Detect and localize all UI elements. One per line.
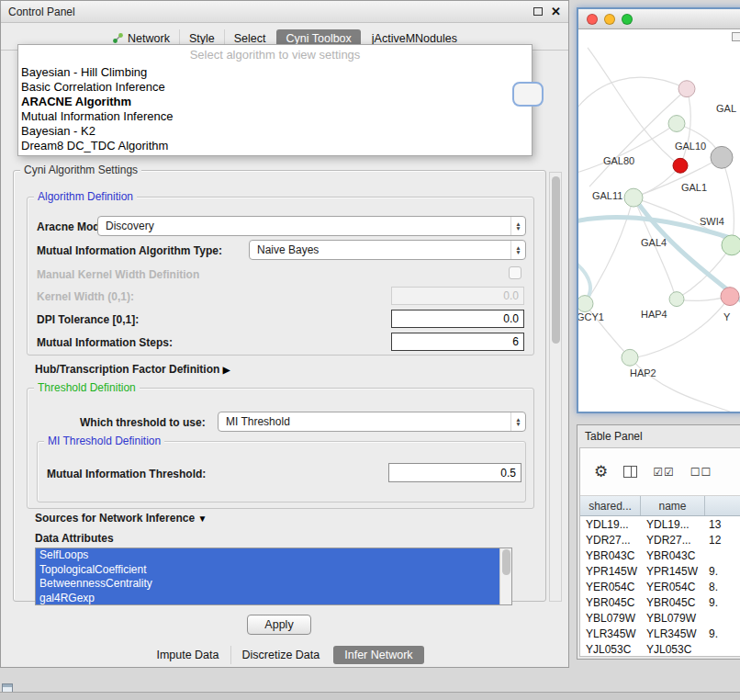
- gear-icon[interactable]: ⚙: [594, 464, 608, 480]
- attribute-item[interactable]: TopologicalCoefficient: [36, 563, 499, 578]
- network-node[interactable]: [668, 116, 685, 132]
- add-column-icon[interactable]: [623, 466, 637, 478]
- network-edge[interactable]: [722, 157, 734, 244]
- bottom-strip: [0, 692, 740, 700]
- group-title: Threshold Definition: [34, 381, 140, 394]
- tab-discretize-data[interactable]: Discretize Data: [230, 646, 331, 664]
- table-cell: YDR27...: [580, 534, 641, 547]
- dpi-tolerance-input[interactable]: [391, 310, 524, 328]
- group-title: Cyni Algorithm Settings: [20, 164, 141, 176]
- table-cell: YER054C: [580, 581, 641, 593]
- network-svg: GALGAL80GAL10GAL11GAL1SWI4GAL4GCY1HAP4YH…: [578, 29, 740, 412]
- birdseye-toggle-icon[interactable]: [732, 32, 740, 41]
- collapse-right-icon: ▶: [223, 365, 230, 375]
- table-row[interactable]: YJL053CYJL053C: [580, 641, 740, 657]
- dpi-tolerance-label: DPI Tolerance [0,1]:: [37, 313, 139, 326]
- scrollbar-thumb[interactable]: [502, 549, 510, 575]
- network-node[interactable]: [669, 292, 684, 307]
- scrollbar-thumb[interactable]: [552, 176, 560, 344]
- close-traffic-light-icon[interactable]: [587, 14, 598, 25]
- network-edge[interactable]: [586, 198, 633, 302]
- table-cell: 9.: [705, 596, 740, 609]
- attribute-item[interactable]: BetweennessCentrality: [36, 577, 499, 592]
- network-node[interactable]: [721, 288, 739, 306]
- node-label: GAL80: [603, 155, 634, 166]
- table-panel-body: ⚙ ☑☑ ☐☐ shared... name YDL19...YDL19...1…: [579, 447, 740, 657]
- focused-spinner-button[interactable]: [512, 82, 544, 107]
- tab-label: jActiveMNodules: [372, 32, 457, 45]
- network-node[interactable]: [673, 158, 688, 173]
- manual-kernel-checkbox[interactable]: [509, 266, 521, 279]
- attribute-item[interactable]: SelfLoops: [36, 548, 499, 563]
- table-row[interactable]: YBL079WYBL079W: [580, 610, 740, 626]
- network-node[interactable]: [678, 81, 695, 97]
- algorithm-option[interactable]: Bayesian - Hill Climbing: [18, 65, 532, 80]
- panel-scrollbar[interactable]: [549, 172, 562, 602]
- algorithm-option[interactable]: Bayesian - K2: [18, 124, 532, 139]
- zoom-traffic-light-icon[interactable]: [622, 14, 633, 25]
- minimize-traffic-light-icon[interactable]: [604, 14, 615, 25]
- algorithm-option-selected[interactable]: ARACNE Algorithm: [18, 95, 532, 109]
- attribute-item[interactable]: gal4RGexp: [36, 592, 499, 606]
- hub-section-label: Hub/Transcription Factor Definition: [35, 363, 219, 376]
- algorithm-option[interactable]: Mutual Information Inference: [18, 109, 532, 124]
- network-edge[interactable]: [578, 77, 687, 113]
- float-window-icon[interactable]: [533, 7, 543, 16]
- table-row[interactable]: YBR043CYBR043C: [580, 548, 740, 563]
- select-all-checkboxes-icon[interactable]: ☑☑: [653, 466, 675, 479]
- combo-value: Naive Bayes: [257, 243, 319, 256]
- node-label: HAP4: [641, 310, 667, 321]
- aracne-mode-select[interactable]: Discovery ▲▼: [97, 216, 526, 236]
- combo-arrows-icon: ▲▼: [510, 217, 525, 235]
- tab-infer-network[interactable]: Infer Network: [333, 646, 423, 664]
- table-cell: YBR043C: [641, 549, 705, 562]
- tab-label: Select: [234, 32, 266, 45]
- table-body: YDL19...YDL19...13YDR27...YDR27...12YBR0…: [580, 516, 740, 657]
- algorithm-dropdown-popup: Select algorithm to view settings Bayesi…: [17, 44, 533, 156]
- table-row[interactable]: YPR145WYPR145W9.: [580, 563, 740, 579]
- apply-button[interactable]: Apply: [247, 615, 311, 635]
- network-node[interactable]: [622, 349, 638, 366]
- mi-threshold-input[interactable]: [388, 463, 521, 482]
- table-cell: YLR345W: [580, 627, 641, 640]
- combo-value: MI Threshold: [226, 415, 290, 428]
- table-row[interactable]: YER054CYER054C8.: [580, 579, 740, 594]
- kernel-width-input[interactable]: [391, 287, 524, 305]
- network-node[interactable]: [578, 296, 593, 312]
- mi-steps-input[interactable]: [391, 333, 524, 351]
- table-row[interactable]: YDR27...YDR27...12: [580, 532, 740, 548]
- column-header[interactable]: [705, 496, 740, 515]
- column-header[interactable]: name: [641, 496, 705, 515]
- network-edge[interactable]: [630, 357, 730, 412]
- network-edge[interactable]: [588, 48, 680, 165]
- table-row[interactable]: YDL19...YDL19...13: [580, 516, 740, 532]
- mi-threshold-label: Mutual Information Threshold:: [47, 468, 206, 480]
- network-edge[interactable]: [589, 89, 687, 186]
- network-node[interactable]: [722, 235, 740, 255]
- algorithm-option[interactable]: Basic Correlation Inference: [18, 80, 532, 95]
- manual-kernel-label: Manual Kernel Width Definition: [37, 268, 199, 281]
- table-row[interactable]: YLR345WYLR345W9.: [580, 626, 740, 641]
- network-node[interactable]: [624, 188, 643, 207]
- data-attributes-label: Data Attributes: [35, 532, 114, 545]
- mi-type-label: Mutual Information Algorithm Type:: [37, 244, 222, 257]
- table-cell: YBR045C: [641, 596, 705, 609]
- hub-section-toggle[interactable]: Hub/Transcription Factor Definition ▶: [35, 363, 230, 376]
- algorithm-option[interactable]: Dream8 DC_TDC Algorithm: [18, 139, 532, 153]
- data-attributes-list[interactable]: SelfLoops TopologicalCoefficient Between…: [35, 548, 512, 605]
- close-icon[interactable]: ✕: [551, 6, 561, 17]
- table-cell: YLR345W: [641, 627, 705, 640]
- which-threshold-select[interactable]: MI Threshold ▲▼: [218, 412, 526, 432]
- list-scrollbar[interactable]: [499, 548, 511, 604]
- table-row[interactable]: YBR045CYBR045C9.: [580, 594, 740, 610]
- deselect-all-checkboxes-icon[interactable]: ☐☐: [690, 466, 712, 479]
- sources-section-toggle[interactable]: Sources for Network Inference ▼: [35, 512, 207, 525]
- combo-arrows-icon: ▲▼: [510, 412, 525, 431]
- bottom-tabs: Impute Data Discretize Data Infer Networ…: [1, 644, 568, 665]
- network-canvas[interactable]: GALGAL80GAL10GAL11GAL1SWI4GAL4GCY1HAP4YH…: [578, 29, 740, 412]
- tab-impute-data[interactable]: Impute Data: [145, 646, 230, 664]
- mi-algorithm-type-select[interactable]: Naive Bayes ▲▼: [249, 240, 526, 260]
- network-node[interactable]: [711, 146, 733, 168]
- column-header[interactable]: shared...: [580, 496, 641, 515]
- group-title: Algorithm Definition: [34, 190, 137, 203]
